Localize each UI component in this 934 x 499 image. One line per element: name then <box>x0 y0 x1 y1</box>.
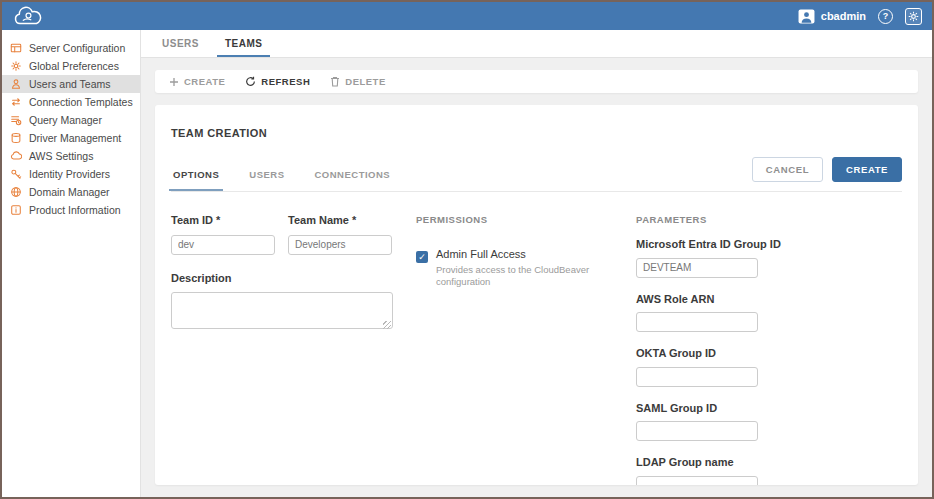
parameters-heading: PARAMETERS <box>636 214 786 225</box>
sidebar-item-aws-settings[interactable]: AWS Settings <box>2 147 140 165</box>
param-field-microsoft-entra-id-group-id: Microsoft Entra ID Group ID <box>636 238 786 278</box>
trash-icon <box>330 76 340 87</box>
sidebar-item-server-configuration[interactable]: Server Configuration <box>2 39 140 57</box>
sidebar-item-label: Product Information <box>29 204 121 216</box>
param-field-ldap-group-name: LDAP Group name <box>636 456 786 485</box>
aws-role-arn-input[interactable] <box>636 312 758 332</box>
panel-title: TEAM CREATION <box>171 127 902 139</box>
ldap-group-name-input[interactable] <box>636 476 758 486</box>
param-label: SAML Group ID <box>636 402 786 414</box>
admin-full-access-checkbox[interactable]: ✓ <box>416 251 428 263</box>
permission-description: Provides access to the CloudBeaver confi… <box>436 264 608 289</box>
param-field-saml-group-id: SAML Group ID <box>636 402 786 442</box>
parameters-section: PARAMETERS Microsoft Entra ID Group IDAW… <box>636 214 786 485</box>
sidebar-item-label: Server Configuration <box>29 42 125 54</box>
tab-team-users[interactable]: USERS <box>247 159 286 191</box>
team-creation-panel: TEAM CREATION OPTIONS USERS CONNECTIONS … <box>155 105 918 485</box>
sidebar-item-label: Connection Templates <box>29 96 133 108</box>
team-id-label: Team ID * <box>171 214 275 226</box>
users-teams-tabbar: USERS TEAMS <box>141 30 932 58</box>
sidebar-item-label: Users and Teams <box>29 78 111 90</box>
permissions-heading: PERMISSIONS <box>416 214 608 225</box>
topbar: cbadmin ? <box>2 2 932 30</box>
sidebar-item-label: Domain Manager <box>29 186 110 198</box>
param-label: Microsoft Entra ID Group ID <box>636 238 786 250</box>
cancel-button[interactable]: CANCEL <box>752 157 823 182</box>
connection-templates-icon <box>10 96 22 108</box>
sidebar-item-product-information[interactable]: Product Information <box>2 201 140 219</box>
sidebar-item-identity-providers[interactable]: Identity Providers <box>2 165 140 183</box>
saml-group-id-input[interactable] <box>636 421 758 441</box>
admin-settings-icon[interactable] <box>905 8 922 25</box>
driver-management-icon <box>10 132 22 144</box>
description-label: Description <box>171 272 393 284</box>
global-preferences-icon <box>10 60 22 72</box>
query-manager-icon <box>10 114 22 126</box>
param-field-aws-role-arn: AWS Role ARN <box>636 293 786 333</box>
aws-settings-icon <box>10 150 22 162</box>
tab-users[interactable]: USERS <box>149 30 212 57</box>
sidebar-item-connection-templates[interactable]: Connection Templates <box>2 93 140 111</box>
help-icon[interactable]: ? <box>878 9 893 24</box>
plus-icon <box>169 77 179 87</box>
okta-group-id-input[interactable] <box>636 367 758 387</box>
user-menu[interactable]: cbadmin <box>798 9 866 24</box>
refresh-icon <box>245 76 256 87</box>
sidebar-item-users-and-teams[interactable]: Users and Teams <box>2 75 140 93</box>
sidebar-item-label: Query Manager <box>29 114 102 126</box>
microsoft-entra-id-group-id-input[interactable] <box>636 258 758 278</box>
server-configuration-icon <box>10 42 22 54</box>
tab-teams[interactable]: TEAMS <box>212 30 276 57</box>
resize-grip-icon[interactable] <box>383 321 391 329</box>
sidebar-item-domain-manager[interactable]: Domain Manager <box>2 183 140 201</box>
username: cbadmin <box>821 10 866 22</box>
refresh-toolbar-button[interactable]: REFRESH <box>245 76 310 87</box>
checkmark-icon: ✓ <box>418 253 426 262</box>
app-window: cbadmin ? Server ConfigurationGlobal Pre… <box>0 0 934 499</box>
permissions-section: PERMISSIONS ✓ Admin Full Access Provides… <box>416 214 608 485</box>
sidebar-item-label: Identity Providers <box>29 168 110 180</box>
create-team-toolbar-button[interactable]: CREATE <box>169 76 225 87</box>
domain-manager-icon <box>10 186 22 198</box>
users-and-teams-icon <box>10 78 22 90</box>
team-basics-column: Team ID * Team Name * Description <box>171 214 393 485</box>
teams-toolbar: CREATE REFRESH DELETE <box>155 70 918 93</box>
delete-toolbar-button[interactable]: DELETE <box>330 76 385 87</box>
param-label: LDAP Group name <box>636 456 786 468</box>
user-avatar-icon <box>798 9 815 24</box>
permission-label: Admin Full Access <box>436 248 608 260</box>
tab-team-connections[interactable]: CONNECTIONS <box>313 159 393 191</box>
admin-sidebar: Server ConfigurationGlobal PreferencesUs… <box>2 30 141 497</box>
sidebar-item-global-preferences[interactable]: Global Preferences <box>2 57 140 75</box>
tab-options[interactable]: OPTIONS <box>171 159 221 191</box>
param-field-okta-group-id: OKTA Group ID <box>636 347 786 387</box>
identity-providers-icon <box>10 168 22 180</box>
sidebar-item-label: Driver Management <box>29 132 121 144</box>
sidebar-item-label: AWS Settings <box>29 150 93 162</box>
permission-item: ✓ Admin Full Access Provides access to t… <box>416 248 608 289</box>
param-label: AWS Role ARN <box>636 293 786 305</box>
description-textarea[interactable] <box>171 292 393 329</box>
sidebar-item-driver-management[interactable]: Driver Management <box>2 129 140 147</box>
sidebar-item-query-manager[interactable]: Query Manager <box>2 111 140 129</box>
team-id-input[interactable] <box>171 235 275 255</box>
content-area: CREATE REFRESH DELETE <box>141 58 932 497</box>
team-name-input[interactable] <box>288 235 392 255</box>
team-creation-tabbar: OPTIONS USERS CONNECTIONS <box>171 159 418 191</box>
cloudbeaver-logo <box>12 6 44 27</box>
param-label: OKTA Group ID <box>636 347 786 359</box>
create-button[interactable]: CREATE <box>832 157 902 182</box>
product-information-icon <box>10 204 22 216</box>
sidebar-item-label: Global Preferences <box>29 60 119 72</box>
team-name-label: Team Name * <box>288 214 392 226</box>
